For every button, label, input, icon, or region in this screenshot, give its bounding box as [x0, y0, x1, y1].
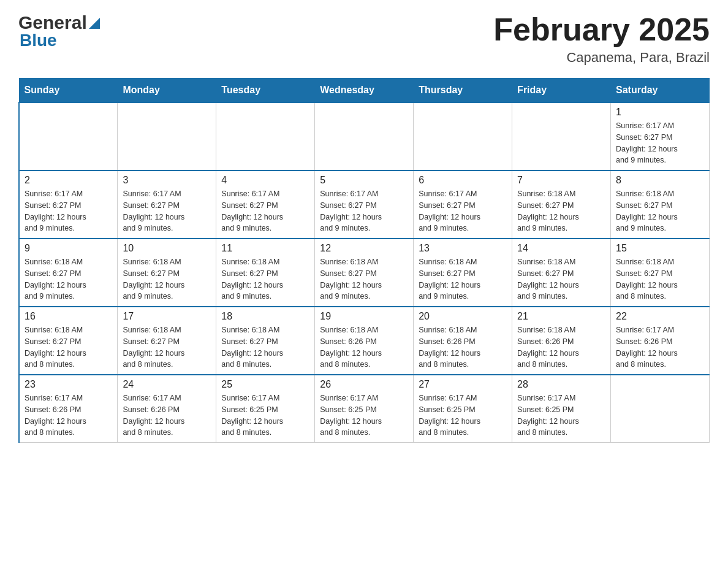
day-number: 17	[123, 311, 211, 322]
calendar-cell	[512, 102, 611, 170]
calendar-cell: 9Sunrise: 6:18 AMSunset: 6:27 PMDaylight…	[19, 239, 118, 307]
calendar-week-row: 16Sunrise: 6:18 AMSunset: 6:27 PMDayligh…	[19, 307, 710, 375]
day-info: Sunrise: 6:18 AMSunset: 6:27 PMDaylight:…	[25, 256, 112, 302]
col-monday: Monday	[118, 79, 216, 103]
day-info: Sunrise: 6:18 AMSunset: 6:27 PMDaylight:…	[320, 256, 408, 302]
day-number: 14	[517, 243, 605, 254]
day-info: Sunrise: 6:18 AMSunset: 6:27 PMDaylight:…	[25, 324, 112, 370]
col-friday: Friday	[512, 79, 611, 103]
day-number: 27	[419, 379, 507, 390]
location-subtitle: Capanema, Para, Brazil	[493, 50, 710, 66]
day-info: Sunrise: 6:18 AMSunset: 6:27 PMDaylight:…	[221, 256, 309, 302]
day-number: 18	[221, 311, 309, 322]
month-year-title: February 2025	[493, 12, 710, 47]
day-number: 19	[320, 311, 408, 322]
day-info: Sunrise: 6:17 AMSunset: 6:27 PMDaylight:…	[616, 120, 704, 166]
day-number: 21	[517, 311, 605, 322]
day-info: Sunrise: 6:17 AMSunset: 6:26 PMDaylight:…	[25, 393, 112, 439]
day-number: 28	[517, 379, 605, 390]
day-number: 6	[419, 175, 507, 186]
calendar-cell: 6Sunrise: 6:17 AMSunset: 6:27 PMDaylight…	[414, 170, 512, 239]
calendar-cell: 4Sunrise: 6:17 AMSunset: 6:27 PMDaylight…	[216, 170, 315, 239]
calendar-cell: 15Sunrise: 6:18 AMSunset: 6:27 PMDayligh…	[611, 239, 710, 307]
day-number: 24	[123, 379, 211, 390]
calendar-cell: 27Sunrise: 6:17 AMSunset: 6:25 PMDayligh…	[414, 375, 512, 443]
day-number: 3	[123, 175, 211, 186]
calendar-cell	[19, 102, 118, 170]
day-number: 26	[320, 379, 408, 390]
calendar-cell: 26Sunrise: 6:17 AMSunset: 6:25 PMDayligh…	[315, 375, 414, 443]
day-info: Sunrise: 6:18 AMSunset: 6:27 PMDaylight:…	[616, 256, 704, 302]
logo-general-text: General	[18, 12, 87, 33]
calendar-week-row: 9Sunrise: 6:18 AMSunset: 6:27 PMDaylight…	[19, 239, 710, 307]
page-header: General Blue February 2025 Capanema, Par…	[18, 12, 710, 66]
calendar-cell: 21Sunrise: 6:18 AMSunset: 6:26 PMDayligh…	[512, 307, 611, 375]
day-number: 12	[320, 243, 408, 254]
day-number: 15	[616, 243, 704, 254]
day-info: Sunrise: 6:17 AMSunset: 6:26 PMDaylight:…	[123, 393, 211, 439]
day-number: 8	[616, 175, 704, 186]
day-number: 23	[25, 379, 112, 390]
calendar-cell	[216, 102, 315, 170]
day-info: Sunrise: 6:18 AMSunset: 6:27 PMDaylight:…	[123, 324, 211, 370]
calendar-cell: 24Sunrise: 6:17 AMSunset: 6:26 PMDayligh…	[118, 375, 216, 443]
calendar-table: Sunday Monday Tuesday Wednesday Thursday…	[18, 78, 710, 443]
day-info: Sunrise: 6:17 AMSunset: 6:26 PMDaylight:…	[616, 324, 704, 370]
col-sunday: Sunday	[19, 79, 118, 103]
logo-triangle-icon	[89, 15, 100, 31]
day-info: Sunrise: 6:18 AMSunset: 6:27 PMDaylight:…	[419, 256, 507, 302]
col-wednesday: Wednesday	[315, 79, 414, 103]
day-number: 11	[221, 243, 309, 254]
day-info: Sunrise: 6:18 AMSunset: 6:26 PMDaylight:…	[320, 324, 408, 370]
day-info: Sunrise: 6:18 AMSunset: 6:27 PMDaylight:…	[517, 256, 605, 302]
day-info: Sunrise: 6:18 AMSunset: 6:27 PMDaylight:…	[616, 188, 704, 234]
day-info: Sunrise: 6:18 AMSunset: 6:26 PMDaylight:…	[517, 324, 605, 370]
logo: General Blue	[18, 12, 100, 50]
day-number: 13	[419, 243, 507, 254]
calendar-week-row: 1Sunrise: 6:17 AMSunset: 6:27 PMDaylight…	[19, 102, 710, 170]
calendar-cell: 13Sunrise: 6:18 AMSunset: 6:27 PMDayligh…	[414, 239, 512, 307]
calendar-cell: 2Sunrise: 6:17 AMSunset: 6:27 PMDaylight…	[19, 170, 118, 239]
day-info: Sunrise: 6:17 AMSunset: 6:27 PMDaylight:…	[25, 188, 112, 234]
calendar-cell	[414, 102, 512, 170]
calendar-cell	[118, 102, 216, 170]
calendar-cell: 5Sunrise: 6:17 AMSunset: 6:27 PMDaylight…	[315, 170, 414, 239]
calendar-cell: 7Sunrise: 6:18 AMSunset: 6:27 PMDaylight…	[512, 170, 611, 239]
col-saturday: Saturday	[611, 79, 710, 103]
day-number: 22	[616, 311, 704, 322]
day-info: Sunrise: 6:17 AMSunset: 6:27 PMDaylight:…	[320, 188, 408, 234]
day-info: Sunrise: 6:17 AMSunset: 6:25 PMDaylight:…	[419, 393, 507, 439]
day-info: Sunrise: 6:17 AMSunset: 6:27 PMDaylight:…	[123, 188, 211, 234]
calendar-cell: 18Sunrise: 6:18 AMSunset: 6:27 PMDayligh…	[216, 307, 315, 375]
calendar-cell: 12Sunrise: 6:18 AMSunset: 6:27 PMDayligh…	[315, 239, 414, 307]
calendar-cell: 3Sunrise: 6:17 AMSunset: 6:27 PMDaylight…	[118, 170, 216, 239]
calendar-cell: 14Sunrise: 6:18 AMSunset: 6:27 PMDayligh…	[512, 239, 611, 307]
calendar-cell: 8Sunrise: 6:18 AMSunset: 6:27 PMDaylight…	[611, 170, 710, 239]
svg-marker-0	[89, 18, 100, 29]
day-number: 20	[419, 311, 507, 322]
calendar-week-row: 2Sunrise: 6:17 AMSunset: 6:27 PMDaylight…	[19, 170, 710, 239]
day-number: 16	[25, 311, 112, 322]
calendar-cell: 1Sunrise: 6:17 AMSunset: 6:27 PMDaylight…	[611, 102, 710, 170]
day-number: 4	[221, 175, 309, 186]
day-info: Sunrise: 6:18 AMSunset: 6:26 PMDaylight:…	[419, 324, 507, 370]
title-section: February 2025 Capanema, Para, Brazil	[493, 12, 710, 66]
logo-blue-text: Blue	[20, 31, 100, 50]
day-number: 9	[25, 243, 112, 254]
calendar-cell	[315, 102, 414, 170]
calendar-cell: 23Sunrise: 6:17 AMSunset: 6:26 PMDayligh…	[19, 375, 118, 443]
day-number: 10	[123, 243, 211, 254]
calendar-cell: 17Sunrise: 6:18 AMSunset: 6:27 PMDayligh…	[118, 307, 216, 375]
calendar-week-row: 23Sunrise: 6:17 AMSunset: 6:26 PMDayligh…	[19, 375, 710, 443]
calendar-cell: 25Sunrise: 6:17 AMSunset: 6:25 PMDayligh…	[216, 375, 315, 443]
day-info: Sunrise: 6:17 AMSunset: 6:25 PMDaylight:…	[320, 393, 408, 439]
calendar-cell: 11Sunrise: 6:18 AMSunset: 6:27 PMDayligh…	[216, 239, 315, 307]
day-number: 2	[25, 175, 112, 186]
day-info: Sunrise: 6:17 AMSunset: 6:25 PMDaylight:…	[221, 393, 309, 439]
day-info: Sunrise: 6:18 AMSunset: 6:27 PMDaylight:…	[221, 324, 309, 370]
calendar-cell: 22Sunrise: 6:17 AMSunset: 6:26 PMDayligh…	[611, 307, 710, 375]
calendar-header-row: Sunday Monday Tuesday Wednesday Thursday…	[19, 79, 710, 103]
day-info: Sunrise: 6:18 AMSunset: 6:27 PMDaylight:…	[123, 256, 211, 302]
day-info: Sunrise: 6:17 AMSunset: 6:25 PMDaylight:…	[517, 393, 605, 439]
calendar-cell	[611, 375, 710, 443]
